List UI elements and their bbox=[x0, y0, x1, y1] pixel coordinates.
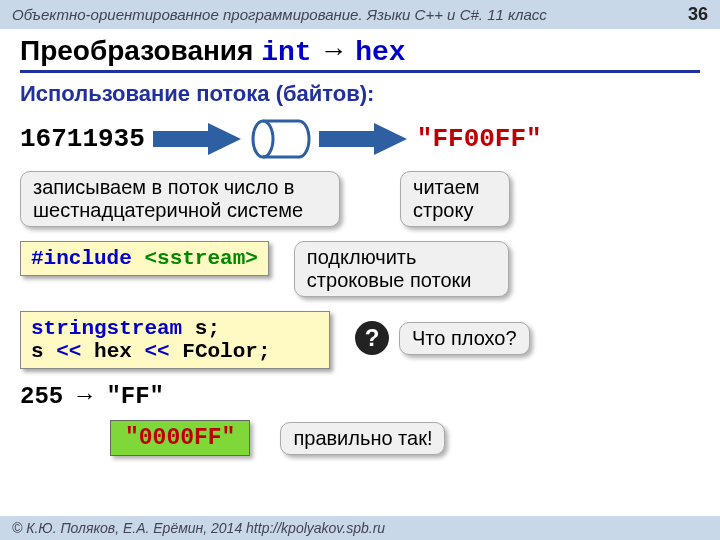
code-text: s; bbox=[182, 317, 220, 340]
op-ltlt: << bbox=[56, 340, 81, 363]
title-rule bbox=[20, 70, 700, 73]
course-title: Объектно-ориентированное программировани… bbox=[12, 6, 547, 23]
svg-marker-6 bbox=[374, 123, 407, 155]
callout-correct: правильно так! bbox=[280, 422, 445, 455]
footer: © К.Ю. Поляков, Е.А. Ерёмин, 2014 http:/… bbox=[0, 516, 720, 540]
arrow-right-icon bbox=[319, 121, 409, 157]
code-text: hex bbox=[81, 340, 144, 363]
correct-row: "0000FF" правильно так! bbox=[20, 420, 700, 456]
content-area: Использование потока (байтов): 16711935 … bbox=[20, 81, 700, 501]
svg-rect-5 bbox=[319, 131, 374, 147]
question-mark-icon: ? bbox=[355, 321, 389, 355]
hdr-sstream: <sstream> bbox=[144, 247, 257, 270]
callouts-row-1: записываем в поток число в шестнадцатери… bbox=[20, 171, 700, 227]
svg-rect-0 bbox=[153, 131, 208, 147]
svg-point-2 bbox=[253, 121, 273, 157]
svg-marker-1 bbox=[208, 123, 241, 155]
include-row: #include <sstream> подключить строковые … bbox=[20, 241, 700, 297]
page-number: 36 bbox=[688, 4, 708, 25]
code-stream: stringstream s; s << hex << FColor; bbox=[20, 311, 330, 369]
question-row: ? Что плохо? bbox=[355, 321, 530, 355]
callout-write: записываем в поток число в шестнадцатери… bbox=[20, 171, 340, 227]
slide-title: Преобразования int → hex bbox=[20, 35, 700, 68]
kw-hex: hex bbox=[355, 37, 405, 68]
kw-stringstream: stringstream bbox=[31, 317, 182, 340]
code-text: s bbox=[31, 340, 56, 363]
callout-connect: подключить строковые потоки bbox=[294, 241, 509, 297]
cylinder-icon bbox=[251, 117, 311, 161]
op-ltlt: << bbox=[144, 340, 169, 363]
callout-read: читаем строку bbox=[400, 171, 510, 227]
good-result: "0000FF" bbox=[110, 420, 250, 456]
kw-int: int bbox=[261, 37, 311, 68]
title-arrow: → bbox=[312, 35, 356, 66]
title-text: Преобразования bbox=[20, 35, 261, 66]
bad-result: 255 → "FF" bbox=[20, 383, 700, 410]
input-number: 16711935 bbox=[20, 124, 145, 154]
header-bar: Объектно-ориентированное программировани… bbox=[0, 0, 720, 29]
code-text: FColor; bbox=[170, 340, 271, 363]
arrow-right-icon bbox=[153, 121, 243, 157]
subtitle: Использование потока (байтов): bbox=[20, 81, 700, 107]
output-hex: "FF00FF" bbox=[417, 124, 542, 154]
stream-row: stringstream s; s << hex << FColor; ? Чт… bbox=[20, 311, 700, 369]
kw-include: #include bbox=[31, 247, 144, 270]
flow-row: 16711935 "FF00FF" bbox=[20, 117, 700, 161]
callout-question: Что плохо? bbox=[399, 322, 530, 355]
code-include: #include <sstream> bbox=[20, 241, 269, 276]
